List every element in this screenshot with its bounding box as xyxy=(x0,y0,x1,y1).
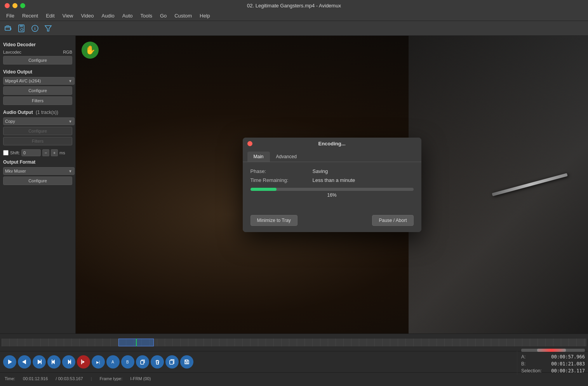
dialog-close-button[interactable] xyxy=(247,141,252,146)
svg-rect-20 xyxy=(141,361,144,364)
go-end-button[interactable] xyxy=(33,355,46,369)
audio-output-codec-row: Copy ▼ xyxy=(3,117,72,125)
total-time: / 00:03:53.167 xyxy=(56,376,83,381)
svg-rect-14 xyxy=(70,360,71,364)
minimize-to-tray-button[interactable]: Minimize to Tray xyxy=(251,215,297,226)
svg-marker-6 xyxy=(45,26,51,31)
shift-increment-button[interactable]: + xyxy=(51,149,58,156)
video-output-codec-select[interactable]: Mpeg4 AVC (x264) xyxy=(3,77,75,85)
timeline-container xyxy=(0,334,588,351)
toolbar: i xyxy=(0,21,588,36)
phase-label: Phase: xyxy=(251,168,313,174)
svg-text:A: A xyxy=(111,360,114,364)
mark-in-button[interactable] xyxy=(77,355,90,369)
main-layout: Video Decoder Lavcodec RGB Configure Vid… xyxy=(0,36,588,334)
delete-button[interactable] xyxy=(151,355,164,369)
shift-row: Shift: − + ms xyxy=(3,149,72,156)
status-separator: | xyxy=(91,376,92,381)
menu-edit[interactable]: Edit xyxy=(43,12,57,19)
time-remaining-value: Less than a minute xyxy=(313,177,355,183)
a-label: A: xyxy=(521,354,525,360)
shift-decrement-button[interactable]: − xyxy=(42,149,49,156)
mark-a-button[interactable]: A xyxy=(106,355,120,369)
progress-percentage: 16% xyxy=(251,192,414,198)
info-icon[interactable]: i xyxy=(30,23,40,34)
next-keyframe-button[interactable] xyxy=(62,355,75,369)
pause-abort-button[interactable]: Pause / Abort xyxy=(372,215,413,226)
mark-b-button[interactable]: B xyxy=(121,355,134,369)
close-button[interactable] xyxy=(5,3,10,8)
menu-go[interactable]: Go xyxy=(157,12,170,19)
dialog-tab-advanced[interactable]: Advanced xyxy=(270,152,303,162)
svg-rect-12 xyxy=(52,360,52,364)
sidebar: Video Decoder Lavcodec RGB Configure Vid… xyxy=(0,36,76,334)
menu-video[interactable]: Video xyxy=(78,12,97,19)
audio-output-configure-button[interactable]: Configure xyxy=(3,127,72,135)
dialog-title: Encoding... xyxy=(318,141,345,147)
b-value: 00:01:21.083 xyxy=(551,361,585,367)
video-decoder-format: RGB xyxy=(63,50,72,54)
play-button[interactable] xyxy=(3,355,16,369)
shift-checkbox[interactable] xyxy=(3,150,9,155)
menubar: File Recent Edit View Video Audio Auto T… xyxy=(0,11,588,21)
prev-keyframe-button[interactable] xyxy=(47,355,61,369)
svg-rect-0 xyxy=(5,26,10,30)
dialog-overlay: Encoding... Main Advanced Phase: Saving … xyxy=(76,36,588,334)
save-segment-button[interactable] xyxy=(180,355,193,369)
paste-button[interactable] xyxy=(165,355,179,369)
shift-ms-label: ms xyxy=(59,150,65,155)
video-decoder-configure-button[interactable]: Configure xyxy=(3,56,72,65)
save-icon[interactable] xyxy=(16,23,27,34)
timeline-track[interactable] xyxy=(2,339,586,346)
audio-output-codec-select[interactable]: Copy xyxy=(3,117,75,125)
video-output-title: Video Output xyxy=(3,69,72,75)
video-output-configure-button[interactable]: Configure xyxy=(3,86,72,95)
menu-view[interactable]: View xyxy=(59,12,77,19)
shift-input[interactable] xyxy=(21,149,41,156)
progress-bar-fill xyxy=(251,188,277,191)
a-value: 00:00:57.966 xyxy=(551,354,585,360)
svg-rect-10 xyxy=(41,360,42,364)
output-format-configure-button[interactable]: Configure xyxy=(3,176,72,185)
time-remaining-label: Time Remaining: xyxy=(251,177,313,183)
titlebar: 02. Legitimate Gangsters.mp4 - Avidemux xyxy=(0,0,588,11)
time-remaining-row: Time Remaining: Less than a minute xyxy=(251,177,414,183)
video-decoder-codec: Lavcodec xyxy=(3,50,21,54)
copy-button[interactable] xyxy=(136,355,149,369)
output-format-select[interactable]: Mkv Muxer xyxy=(3,167,75,175)
audio-output-filters-button[interactable]: Filters xyxy=(3,137,72,145)
menu-help[interactable]: Help xyxy=(197,12,213,19)
b-label: B: xyxy=(521,361,525,367)
menu-file[interactable]: File xyxy=(3,12,17,19)
video-output-filters-button[interactable]: Filters xyxy=(3,96,72,105)
window-title: 02. Legitimate Gangsters.mp4 - Avidemux xyxy=(247,3,341,9)
output-format-row: Mkv Muxer ▼ xyxy=(3,167,72,175)
titlebar-buttons[interactable] xyxy=(5,3,25,8)
svg-point-23 xyxy=(186,362,188,364)
a-time-row: A: 00:00:57.966 xyxy=(521,354,585,360)
output-format-title: Output Format xyxy=(3,159,72,165)
menu-tools[interactable]: Tools xyxy=(137,12,155,19)
selection-label: Selection: xyxy=(521,368,542,374)
statusbar: Time: 00:01:12.916 / 00:03:53.167 | Fram… xyxy=(0,372,588,384)
dialog-titlebar: Encoding... xyxy=(243,138,421,150)
frame-type-label: Frame type: xyxy=(100,376,123,381)
filter-icon[interactable] xyxy=(43,23,54,34)
menu-custom[interactable]: Custom xyxy=(171,12,195,19)
step-forward-button[interactable]: ▶| xyxy=(92,355,105,369)
time-panel: A: 00:00:57.966 B: 00:01:21.083 Selectio… xyxy=(517,349,585,375)
go-start-button[interactable] xyxy=(18,355,31,369)
minimize-button[interactable] xyxy=(12,3,17,8)
shift-label: Shift: xyxy=(10,150,20,155)
open-icon[interactable] xyxy=(3,23,14,34)
selection-value: 00:00:23.117 xyxy=(551,368,585,374)
phase-value: Saving xyxy=(313,168,328,174)
menu-recent[interactable]: Recent xyxy=(19,12,41,19)
svg-text:B: B xyxy=(126,360,129,364)
dialog-tab-main[interactable]: Main xyxy=(247,152,270,162)
svg-text:▶|: ▶| xyxy=(96,360,100,364)
selection-time-row: Selection: 00:00:23.117 xyxy=(521,368,585,374)
menu-auto[interactable]: Auto xyxy=(119,12,136,19)
maximize-button[interactable] xyxy=(20,3,25,8)
menu-audio[interactable]: Audio xyxy=(99,12,118,19)
